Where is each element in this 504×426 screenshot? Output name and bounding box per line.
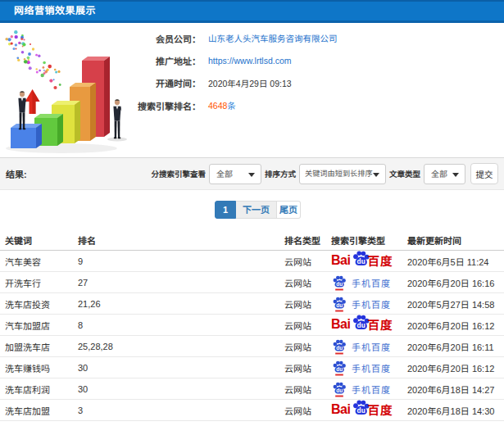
- mobile-baidu-paw-icon: du: [331, 295, 347, 312]
- rank-count-number: 4648: [208, 101, 227, 111]
- updated-cell: 2020年6月5日 11:24: [406, 251, 504, 272]
- updated-cell: 2020年6月20日 16:12: [406, 315, 504, 336]
- rank-type-cell: 云网站: [283, 293, 329, 315]
- keyword-cell: 洗车店加盟: [0, 400, 76, 421]
- rank-count-value: 4648条: [208, 99, 236, 111]
- col-header-keyword: 关键词: [0, 229, 76, 251]
- rank-type-cell: 云网站: [283, 378, 329, 400]
- sort-filter-label: 排序方式: [265, 168, 296, 179]
- engine-cell: Bai du 百度 du: [329, 251, 406, 272]
- filter-bar: 结果: 分搜索引擎查看 全部 排序方式 关键词由短到长排序 文章类型 全部 提交: [0, 157, 504, 190]
- baidu-logo-bai-text: Bai: [331, 317, 350, 332]
- sort-select-box: 关键词由短到长排序: [299, 164, 386, 184]
- info-row-rank-count: 搜索引擎排名： 4648条: [0, 94, 504, 116]
- mobile-baidu-paw-icon: du: [331, 359, 347, 376]
- svg-text:du: du: [336, 366, 343, 372]
- svg-text:du: du: [357, 320, 366, 329]
- rank-cell: 27: [76, 272, 283, 293]
- mobile-baidu-logo: du 手机百度: [331, 295, 406, 312]
- mobile-baidu-logo: du 手机百度: [331, 359, 406, 376]
- article-type-select-box: 全部: [424, 164, 465, 184]
- updated-cell: 2020年6月20日 16:12: [406, 357, 504, 378]
- table-row: 洗车店加盟 3 云网站 Bai du 百度: [0, 400, 504, 421]
- engine-cell: Bai du 百度 du: [329, 378, 406, 400]
- keyword-cell: 汽车美容: [0, 251, 76, 272]
- info-row-open-time: 开通时间： 2020年4月29日 09:13: [0, 72, 504, 94]
- col-header-rank: 排名: [76, 229, 283, 251]
- table-row: 加盟洗车店 25,28,28 云网站 Bai du 百度: [0, 336, 504, 357]
- col-header-rank-type: 排名类型: [283, 229, 329, 251]
- mobile-baidu-logo: du 手机百度: [331, 338, 406, 355]
- engine-select-box: 全部: [209, 164, 261, 184]
- keyword-cell: 开洗车行: [0, 272, 76, 293]
- rank-cell: 8: [76, 315, 283, 336]
- result-label: 结果:: [6, 167, 27, 180]
- open-time-value: 2020年4月29日 09:13: [208, 77, 292, 89]
- last-page-button[interactable]: 尾页: [277, 201, 301, 219]
- baidu-logo-cn-text: 百度: [367, 252, 393, 269]
- rank-cell: 25,28,28: [76, 336, 283, 357]
- baidu-logo-bai-text: Bai: [331, 253, 350, 268]
- mobile-baidu-paw-icon: du: [331, 274, 347, 291]
- pagination: 1 下一页 尾页: [215, 201, 301, 219]
- baidu-logo: Bai du 百度: [331, 252, 406, 269]
- keyword-cell: 加盟洗车店: [0, 336, 76, 357]
- rank-cell: 30: [76, 357, 283, 378]
- rank-type-cell: 云网站: [283, 315, 329, 336]
- keyword-cell: 汽车加盟店: [0, 315, 76, 336]
- article-type-select[interactable]: 全部: [425, 165, 465, 184]
- rank-type-cell: 云网站: [283, 272, 329, 293]
- rank-count-label: 搜索引擎排名：: [0, 99, 201, 112]
- svg-text:du: du: [336, 387, 343, 393]
- table-header-row: 关键词 排名 排名类型 搜索引擎类型 最新更新时间: [0, 229, 504, 251]
- company-name-link[interactable]: 山东老人头汽车服务咨询有限公司: [208, 32, 338, 44]
- engine-cell: Bai du 百度 du: [329, 357, 406, 378]
- rank-type-cell: 云网站: [283, 400, 329, 421]
- page-title: 网络营销效果展示: [0, 2, 96, 20]
- sort-select[interactable]: 关键词由短到长排序: [300, 165, 385, 184]
- page-header: 网络营销效果展示: [0, 0, 504, 23]
- rank-count-suffix: 条: [227, 101, 236, 111]
- engine-filter-label: 分搜索引擎查看: [151, 168, 206, 179]
- table-row: 汽车加盟店 8 云网站 Bai du 百度: [0, 315, 504, 336]
- rank-type-cell: 云网站: [283, 357, 329, 378]
- updated-cell: 2020年6月20日 16:11: [406, 336, 504, 357]
- svg-text:du: du: [357, 406, 366, 414]
- keyword-cell: 洗车店利润: [0, 378, 76, 400]
- svg-text:du: du: [336, 302, 343, 308]
- baidu-logo: Bai du 百度: [331, 401, 406, 418]
- baidu-logo-cn-text: 百度: [367, 315, 393, 333]
- ranking-table: 关键词 排名 排名类型 搜索引擎类型 最新更新时间 汽车美容 9 云网站 Bai…: [0, 229, 504, 421]
- page-1-button[interactable]: 1: [215, 201, 236, 219]
- table-row: 洗车店投资 21,26 云网站 Bai du 百度: [0, 293, 504, 315]
- mobile-baidu-label: 手机百度: [352, 276, 391, 289]
- mobile-baidu-logo: du 手机百度: [331, 274, 406, 291]
- baidu-logo: Bai du 百度: [331, 315, 406, 333]
- updated-cell: 2020年6月20日 16:16: [406, 272, 504, 293]
- open-time-label: 开通时间：: [0, 76, 201, 89]
- engine-cell: Bai du 百度 du: [329, 315, 406, 336]
- updated-cell: 2020年5月27日 14:58: [406, 293, 504, 315]
- engine-cell: Bai du 百度 du: [329, 336, 406, 357]
- svg-text:du: du: [357, 256, 366, 265]
- promo-url-link[interactable]: https://www.lrtlsd.com: [208, 56, 292, 66]
- baidu-logo-cn-text: 百度: [367, 401, 393, 418]
- summary-section: 会员公司： 山东老人头汽车服务咨询有限公司 推广地址： https://www.…: [0, 23, 504, 157]
- engine-cell: Bai du 百度 du: [329, 293, 406, 315]
- table-row: 开洗车行 27 云网站 Bai du 百度: [0, 272, 504, 293]
- mobile-baidu-label: 手机百度: [352, 340, 391, 353]
- article-type-label: 文章类型: [389, 168, 420, 179]
- col-header-engine-type: 搜索引擎类型: [329, 229, 406, 251]
- info-row-url: 推广地址： https://www.lrtlsd.com: [0, 49, 504, 71]
- engine-select[interactable]: 全部: [210, 165, 261, 184]
- baidu-logo-bai-text: Bai: [331, 402, 350, 417]
- bar-blue: [11, 124, 42, 148]
- keyword-cell: 洗车赚钱吗: [0, 357, 76, 378]
- mobile-baidu-label: 手机百度: [352, 297, 391, 310]
- submit-button[interactable]: 提交: [470, 163, 498, 184]
- company-label: 会员公司：: [0, 32, 201, 45]
- mobile-baidu-paw-icon: du: [331, 380, 347, 397]
- rank-cell: 9: [76, 251, 283, 272]
- rank-type-cell: 云网站: [283, 336, 329, 357]
- next-page-button[interactable]: 下一页: [236, 201, 277, 219]
